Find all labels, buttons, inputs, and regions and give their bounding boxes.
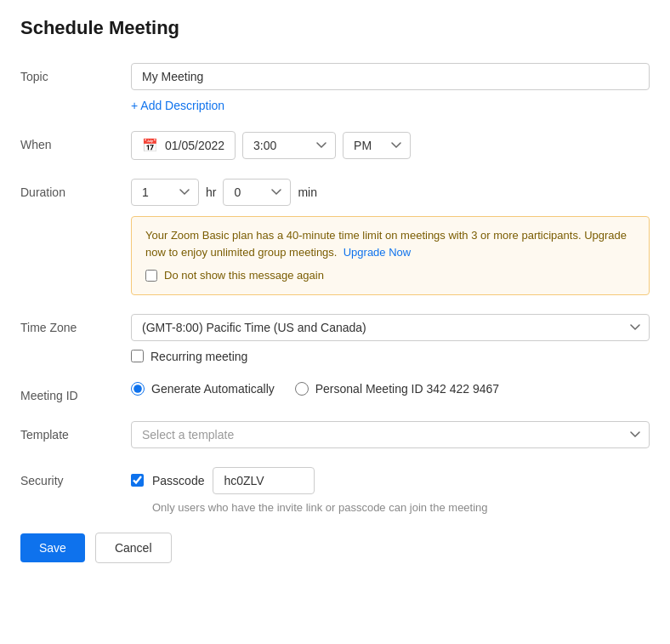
do-not-show-label[interactable]: Do not show this message again — [164, 267, 324, 284]
date-value: 01/05/2022 — [165, 139, 224, 152]
duration-row: Duration 0 1 2 3 4 hr 0 15 30 45 min You… — [20, 179, 650, 295]
topic-row: Topic + Add Description — [20, 63, 650, 112]
generate-auto-option: Generate Automatically — [131, 382, 275, 396]
do-not-show-checkbox[interactable] — [145, 270, 157, 282]
save-button[interactable]: Save — [20, 533, 85, 562]
when-row: When 📅 01/05/2022 3:00 3:30 4:00 4:30 AM… — [20, 131, 650, 160]
security-content: Passcode Only users who have the invite … — [131, 467, 650, 514]
template-label: Template — [20, 421, 131, 442]
passcode-hint: Only users who have the invite link or p… — [152, 501, 650, 514]
passcode-label[interactable]: Passcode — [152, 474, 204, 487]
recurring-row: Recurring meeting — [131, 350, 650, 363]
meeting-id-options: Generate Automatically Personal Meeting … — [131, 382, 650, 396]
time-select[interactable]: 3:00 3:30 4:00 4:30 — [242, 132, 336, 159]
meeting-id-row: Meeting ID Generate Automatically Person… — [20, 382, 650, 402]
recurring-label[interactable]: Recurring meeting — [150, 350, 247, 363]
duration-control: 0 1 2 3 4 hr 0 15 30 45 min Your Zoom Ba… — [131, 179, 650, 295]
security-control: Passcode Only users who have the invite … — [131, 467, 650, 514]
duration-label: Duration — [20, 179, 131, 199]
passcode-input[interactable] — [213, 467, 315, 494]
date-picker[interactable]: 📅 01/05/2022 — [131, 131, 236, 160]
timezone-control: (GMT-8:00) Pacific Time (US and Canada) … — [131, 314, 650, 363]
notice-checkbox-row: Do not show this message again — [145, 267, 635, 284]
personal-id-label[interactable]: Personal Meeting ID 342 422 9467 — [315, 382, 499, 396]
min-label: min — [298, 185, 317, 199]
add-description-link[interactable]: + Add Description — [131, 99, 224, 112]
topic-label: Topic — [20, 63, 131, 83]
upgrade-notice: Your Zoom Basic plan has a 40-minute tim… — [131, 216, 650, 295]
template-row: Template Select a template — [20, 421, 650, 448]
timezone-row: Time Zone (GMT-8:00) Pacific Time (US an… — [20, 314, 650, 363]
template-select[interactable]: Select a template — [131, 421, 650, 448]
calendar-icon: 📅 — [142, 138, 158, 153]
upgrade-now-link[interactable]: Upgrade Now — [344, 246, 412, 259]
when-label: When — [20, 131, 131, 151]
topic-input[interactable] — [131, 63, 650, 90]
duration-hr-select[interactable]: 0 1 2 3 4 — [131, 179, 199, 206]
passcode-row: Passcode — [131, 467, 650, 494]
personal-id-radio[interactable] — [295, 382, 309, 396]
cancel-button[interactable]: Cancel — [95, 533, 172, 563]
button-row: Save Cancel — [20, 533, 650, 563]
timezone-select[interactable]: (GMT-8:00) Pacific Time (US and Canada) … — [131, 314, 650, 341]
recurring-checkbox[interactable] — [131, 350, 144, 362]
generate-auto-radio[interactable] — [131, 382, 145, 396]
passcode-checkbox[interactable] — [131, 474, 144, 487]
page-title: Schedule Meeting — [20, 17, 650, 39]
meeting-id-label: Meeting ID — [20, 382, 131, 402]
duration-inputs: 0 1 2 3 4 hr 0 15 30 45 min — [131, 179, 650, 206]
timezone-label: Time Zone — [20, 314, 131, 334]
when-inputs: 📅 01/05/2022 3:00 3:30 4:00 4:30 AM PM — [131, 131, 650, 160]
generate-auto-label[interactable]: Generate Automatically — [151, 382, 275, 396]
when-control: 📅 01/05/2022 3:00 3:30 4:00 4:30 AM PM — [131, 131, 650, 160]
security-label: Security — [20, 467, 131, 487]
duration-min-select[interactable]: 0 15 30 45 — [223, 179, 291, 206]
template-control: Select a template — [131, 421, 650, 448]
ampm-select[interactable]: AM PM — [343, 132, 411, 159]
hr-label: hr — [206, 185, 216, 199]
security-row: Security Passcode Only users who have th… — [20, 467, 650, 514]
topic-control: + Add Description — [131, 63, 650, 112]
personal-id-option: Personal Meeting ID 342 422 9467 — [295, 382, 499, 396]
meeting-id-control: Generate Automatically Personal Meeting … — [131, 382, 650, 396]
